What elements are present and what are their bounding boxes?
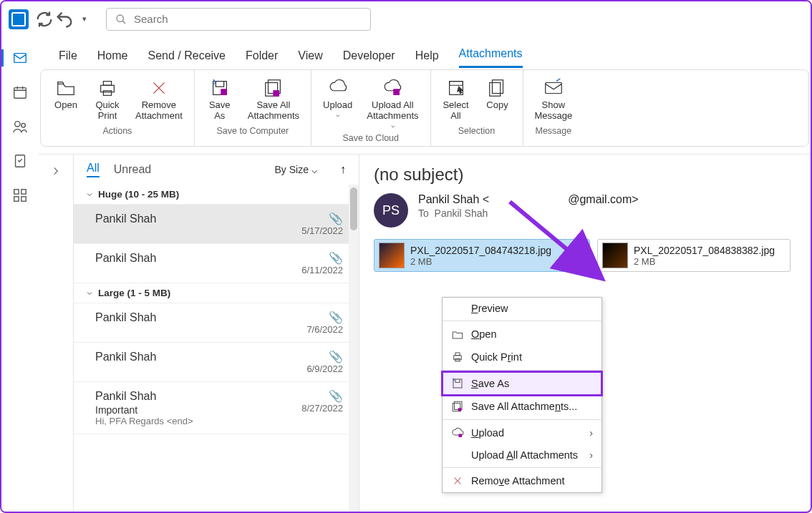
rail-mail[interactable]: [10, 49, 30, 67]
tab-home[interactable]: Home: [97, 49, 128, 68]
ribbon-group-save: Save to Computer: [200, 124, 305, 139]
scrollbar[interactable]: [349, 185, 359, 512]
to-line: To Pankil Shah: [418, 207, 639, 219]
sort-dropdown[interactable]: By Size ⌵: [275, 164, 317, 175]
ribbon-select-all[interactable]: Select All: [437, 74, 475, 124]
ribbon-group-actions: Actions: [47, 124, 188, 139]
svg-rect-11: [103, 82, 111, 86]
tab-attachments[interactable]: Attachments: [459, 47, 523, 68]
tab-view[interactable]: View: [298, 49, 322, 68]
ribbon-tabs: File Home Send / Receive Folder View Dev…: [39, 36, 811, 68]
svg-rect-24: [455, 353, 460, 356]
attachment-card[interactable]: PXL_20220517_084838382.jpg2 MB: [597, 239, 791, 272]
svg-point-4: [21, 123, 26, 127]
attachment-thumbnail: [379, 243, 405, 268]
svg-rect-6: [14, 190, 19, 194]
chevron-down-icon: ⌵: [311, 164, 317, 175]
filter-all[interactable]: All: [87, 162, 100, 177]
sender-avatar: PS: [374, 193, 408, 228]
svg-rect-30: [459, 434, 463, 438]
sort-direction[interactable]: ↑: [340, 163, 346, 176]
qa-dropdown-icon[interactable]: ▾: [74, 9, 95, 29]
tab-help[interactable]: Help: [415, 49, 439, 68]
menu-upload[interactable]: Upload›: [443, 421, 601, 444]
from-line: Pankil Shah <@gmail.com>: [418, 193, 639, 206]
svg-rect-23: [454, 356, 462, 360]
svg-point-0: [117, 15, 123, 21]
outlook-logo: [9, 9, 29, 29]
svg-rect-18: [394, 89, 400, 95]
filter-unread[interactable]: Unread: [114, 163, 151, 176]
menu-preview[interactable]: Preview: [443, 298, 601, 319]
svg-rect-2: [14, 88, 26, 99]
tab-folder[interactable]: Folder: [246, 49, 278, 68]
svg-rect-1: [14, 54, 26, 63]
svg-rect-22: [546, 83, 562, 94]
menu-upload-all[interactable]: Upload All Attachments›: [443, 444, 601, 466]
ribbon-save-as[interactable]: Save As: [200, 74, 239, 124]
chevron-down-icon[interactable]: ⌵: [578, 249, 585, 263]
menu-open[interactable]: Open: [443, 323, 601, 346]
rail-apps[interactable]: [10, 187, 30, 204]
attachment-thumbnail: [602, 243, 628, 268]
group-header-huge[interactable]: Huge (10 - 25 MB): [74, 185, 359, 205]
mail-row[interactable]: Pankil Shah📎 6/11/2022: [74, 244, 359, 283]
chevron-right-icon: [51, 166, 61, 176]
sync-icon[interactable]: [34, 9, 54, 29]
mail-row[interactable]: Pankil Shah📎 Important8/27/2022 Hi, PFA …: [74, 382, 359, 434]
svg-rect-12: [103, 91, 111, 96]
mail-row[interactable]: Pankil Shah📎 7/6/2022: [74, 303, 359, 343]
mail-row[interactable]: Pankil Shah📎 5/17/2022: [74, 205, 359, 244]
search-input[interactable]: [134, 13, 362, 25]
ribbon-upload[interactable]: Upload⌵: [317, 74, 358, 132]
svg-rect-14: [221, 89, 227, 95]
attachment-icon: 📎: [329, 311, 343, 324]
attachment-icon: 📎: [329, 389, 343, 403]
ribbon-open[interactable]: Open: [47, 74, 85, 124]
ribbon-upload-all[interactable]: Upload All Attachments⌵: [361, 74, 424, 132]
attachment-icon: 📎: [329, 212, 343, 225]
tab-file[interactable]: File: [59, 49, 77, 68]
ribbon-quick-print[interactable]: Quick Print: [88, 74, 127, 124]
ribbon-show-message[interactable]: Show Message: [529, 74, 579, 124]
tab-developer[interactable]: Developer: [343, 49, 395, 68]
svg-rect-7: [21, 190, 26, 194]
rail-calendar[interactable]: [10, 84, 30, 101]
ribbon-remove-attachment[interactable]: Remove Attachment: [130, 74, 188, 124]
ribbon-group-selection: Selection: [437, 124, 517, 139]
attachment-icon: 📎: [329, 251, 343, 265]
menu-remove-attachment[interactable]: Remove Attachment: [443, 469, 601, 492]
rail-tasks[interactable]: [10, 152, 30, 170]
menu-save-as[interactable]: Save As: [443, 372, 601, 395]
message-subject: (no subject): [374, 165, 796, 185]
ribbon: Open Quick Print Remove Attachment Actio…: [40, 69, 809, 147]
mail-row[interactable]: Pankil Shah📎 6/9/2022: [74, 343, 359, 382]
ribbon-group-message: Message: [529, 124, 579, 139]
undo-icon[interactable]: [54, 9, 74, 29]
message-list: All Unread By Size ⌵ ↑ Huge (10 - 25 MB)…: [73, 155, 359, 512]
tab-send-receive[interactable]: Send / Receive: [148, 49, 226, 68]
ribbon-copy[interactable]: Copy: [478, 74, 517, 124]
title-bar: ▾: [1, 1, 811, 36]
attachment-icon: 📎: [329, 350, 343, 363]
ribbon-group-cloud: Save to Cloud: [317, 132, 424, 146]
folder-pane-collapsed[interactable]: [39, 155, 73, 512]
svg-rect-9: [21, 197, 26, 201]
menu-quick-print[interactable]: Quick Print: [443, 346, 601, 368]
rail-people[interactable]: [10, 118, 30, 135]
svg-rect-20: [492, 80, 503, 94]
menu-save-all[interactable]: Save All Attachments...: [443, 395, 601, 418]
nav-rail: [1, 36, 39, 512]
search-box[interactable]: [106, 8, 371, 31]
svg-rect-26: [453, 379, 462, 388]
attachment-context-menu: Preview Open Quick Print Save As Save Al…: [442, 297, 602, 493]
svg-rect-8: [14, 197, 19, 201]
svg-rect-21: [489, 83, 500, 97]
svg-point-3: [15, 122, 20, 127]
svg-rect-17: [274, 91, 279, 97]
group-header-large[interactable]: Large (1 - 5 MB): [74, 283, 359, 303]
search-icon: [115, 14, 127, 25]
svg-rect-29: [458, 408, 462, 411]
attachment-card[interactable]: PXL_20220517_084743218.jpg2 MB ⌵: [374, 239, 590, 272]
ribbon-save-all[interactable]: Save All Attachments: [242, 74, 305, 124]
